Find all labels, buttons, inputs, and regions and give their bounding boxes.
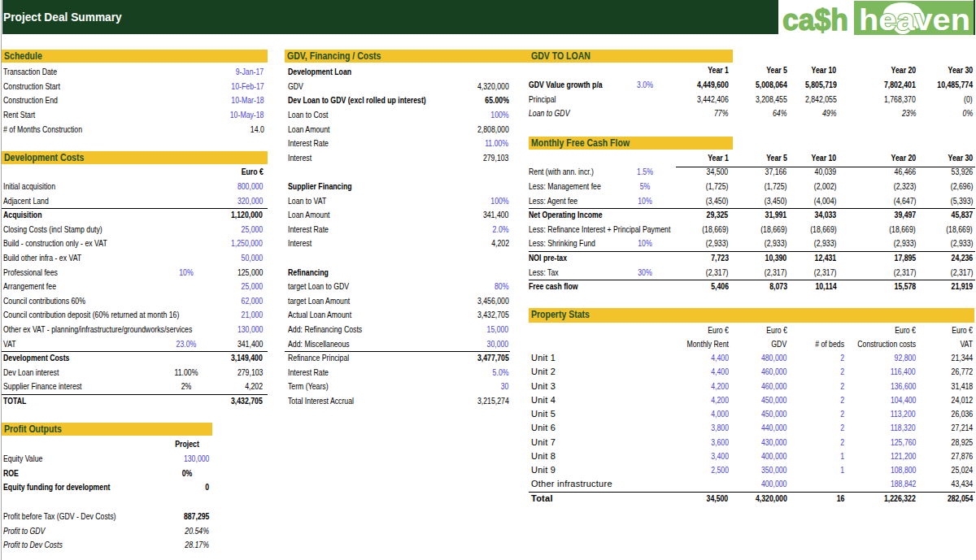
svg-text:heaven: heaven [859, 3, 970, 37]
svg-text:ca$h: ca$h [782, 3, 848, 37]
